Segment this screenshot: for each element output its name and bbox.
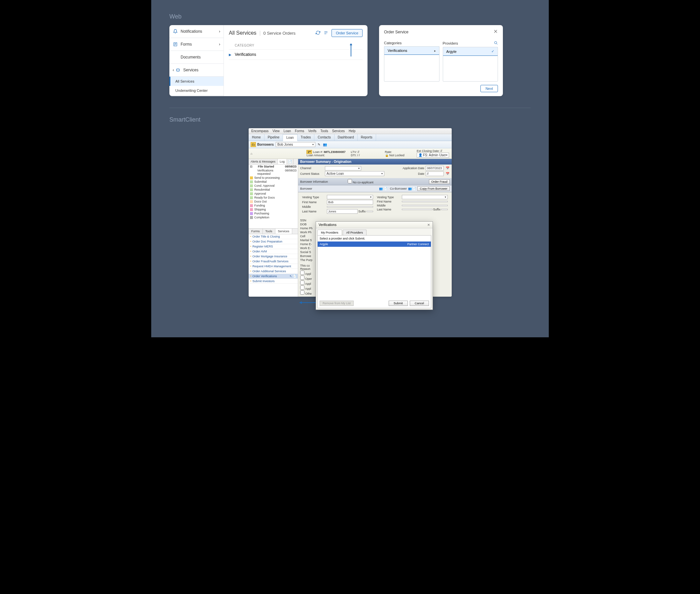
nav-documents[interactable]: · Documents (169, 51, 223, 63)
service-item[interactable]: »Order Additional Services (249, 269, 298, 274)
tab-trades[interactable]: Trades (298, 134, 315, 141)
service-item[interactable]: »Submit Investors (249, 279, 298, 284)
bottom-tab-services[interactable]: Services (275, 229, 292, 234)
menu-loan[interactable]: Loan (284, 129, 291, 133)
log-item[interactable]: Send to processing (249, 176, 298, 180)
caret-right-icon: ▸ (434, 49, 436, 53)
vesting-dropdown[interactable]: ▾ (327, 195, 373, 199)
log-item[interactable]: Ready for Docs (249, 196, 298, 200)
log-item[interactable]: Resubmittal (249, 188, 298, 192)
tab-reports[interactable]: Reports (358, 134, 376, 141)
middle-input[interactable] (327, 206, 373, 207)
status-dropdown[interactable]: Active Loan▾ (325, 171, 384, 176)
log-item[interactable]: Purchasing (249, 211, 298, 216)
user-icon: 👤 (418, 153, 422, 157)
service-item[interactable]: »Order AVM (249, 249, 298, 254)
last-name-input[interactable]: Jones (327, 209, 358, 214)
nav-notifications[interactable]: Notifications › (169, 25, 223, 38)
close-icon[interactable] (493, 29, 498, 35)
co-vesting-dropdown[interactable]: ▾ (402, 195, 448, 199)
tab-home[interactable]: Home (249, 134, 265, 141)
left-pane: Alerts & Messages Log 📄 ⊟File Started08/… (249, 159, 298, 297)
service-item[interactable]: »Register MERS (249, 244, 298, 249)
channel-dropdown[interactable]: ▾ (325, 166, 361, 170)
log-new-icon[interactable]: 📄 (287, 159, 293, 164)
order-service-button[interactable]: Order Service (331, 29, 362, 37)
close-icon[interactable]: ✕ (427, 223, 430, 227)
service-item[interactable]: »Order Title & Closing (249, 234, 298, 239)
fs-user-dropdown[interactable]: 👤 FS: Admin User ▾ (417, 153, 449, 158)
log-item[interactable]: Verifications requested08/08/23 (249, 168, 298, 176)
log-tab[interactable]: Log (278, 159, 287, 164)
tab-dashboard[interactable]: Dashboard (335, 134, 358, 141)
submit-button[interactable]: Submit (389, 301, 408, 306)
nav-all-services[interactable]: All Services (169, 77, 223, 86)
order-fraud-button[interactable]: Order Fraud (429, 179, 450, 184)
chevron-right-icon: › (219, 42, 220, 46)
alerts-tab[interactable]: Alerts & Messages (249, 159, 278, 164)
menu-forms[interactable]: Forms (295, 129, 304, 133)
list-settings-icon[interactable] (324, 30, 328, 36)
menu-services[interactable]: Services (332, 129, 345, 133)
edit-borrower-icon[interactable]: ✎ (317, 142, 321, 147)
nav-underwriting-center[interactable]: Underwriting Center (169, 86, 223, 95)
log-item[interactable]: ⊟File Started08/08/23 (249, 165, 298, 168)
service-item[interactable]: »Order Doc Preparation (249, 239, 298, 244)
nav-forms[interactable]: Forms › (169, 38, 223, 51)
date-input[interactable]: // (426, 171, 444, 176)
suffix-input[interactable] (366, 211, 373, 212)
cancel-button[interactable]: Cancel (410, 301, 429, 306)
form-icon (173, 42, 178, 47)
coborrower-icons[interactable]: 👥 📄 (408, 187, 416, 190)
service-item[interactable]: »Request HMDA Management (249, 264, 298, 269)
co-middle-input[interactable] (402, 205, 448, 206)
tab-contacts[interactable]: Contacts (314, 134, 334, 141)
category-option-verifications[interactable]: Verifications ▸ (384, 46, 440, 55)
category-verifications-row[interactable]: ▶ Verifications (229, 49, 362, 60)
tab-my-providers[interactable]: My Providers (317, 230, 342, 235)
log-item[interactable]: Cond. Approval (249, 184, 298, 188)
co-first-name-input[interactable] (402, 201, 448, 202)
tab-loan[interactable]: Loan (283, 134, 297, 141)
search-icon[interactable] (494, 41, 498, 45)
menu-tools[interactable]: Tools (320, 129, 328, 133)
log-item[interactable]: Completion (249, 216, 298, 219)
home-icon[interactable]: ⌂ (251, 152, 252, 155)
menu-help[interactable]: Help (349, 129, 356, 133)
loan-no: IMTL230800087 (324, 150, 346, 154)
menu-verifs[interactable]: Verifs (308, 129, 316, 133)
service-item[interactable]: »Order Verifications ↖📄 (249, 274, 298, 279)
log-item[interactable]: Approval (249, 192, 298, 196)
app-date-input[interactable]: 08/07/2023 (426, 166, 444, 170)
menu-encompass[interactable]: Encompass (251, 129, 269, 133)
co-last-name-input[interactable] (402, 209, 432, 210)
service-item[interactable]: »Order Fraud/Audit Services (249, 259, 298, 264)
co-suffix-input[interactable] (441, 209, 448, 210)
log-item[interactable]: Docs Out (249, 200, 298, 203)
bottom-tab-forms[interactable]: Forms (249, 229, 263, 234)
providers-label: Providers (443, 41, 458, 45)
bell-icon (173, 29, 178, 34)
calendar-icon[interactable]: 📅 (445, 171, 450, 176)
tab-all-providers[interactable]: All Providers (343, 230, 367, 235)
refresh-icon[interactable] (316, 30, 320, 36)
nav-services[interactable]: ‹ Services (169, 63, 223, 77)
borrower-dropdown[interactable]: Bob Jones ▾ (276, 142, 315, 147)
nav-tools[interactable]: Tools › (169, 95, 223, 96)
log-item[interactable]: Funding (249, 203, 298, 207)
log-item[interactable]: Submittal (249, 180, 298, 184)
provider-option-argyle[interactable]: Argyle ✓ (443, 47, 498, 56)
tab-pipeline[interactable]: Pipeline (265, 134, 283, 141)
bottom-tab-tools[interactable]: Tools (263, 229, 275, 234)
menu-view[interactable]: View (272, 129, 280, 133)
borrower-icons[interactable]: 👥 📄 (379, 187, 387, 190)
log-item[interactable]: Shipping (249, 207, 298, 211)
service-item[interactable]: »Order Mortgage Insurance (249, 254, 298, 259)
copy-from-borrower-button[interactable]: Copy From Borrower (417, 186, 450, 191)
no-coapplicant-checkbox[interactable]: No co-applicant (348, 179, 374, 184)
provider-row-argyle[interactable]: Argyle Partner Connect (318, 241, 431, 247)
calendar-icon[interactable]: 📅 (445, 166, 450, 170)
first-name-input[interactable]: Bob (327, 200, 373, 204)
view-borrower-icon[interactable]: 👥 (323, 142, 327, 147)
next-button[interactable]: Next (481, 85, 498, 92)
